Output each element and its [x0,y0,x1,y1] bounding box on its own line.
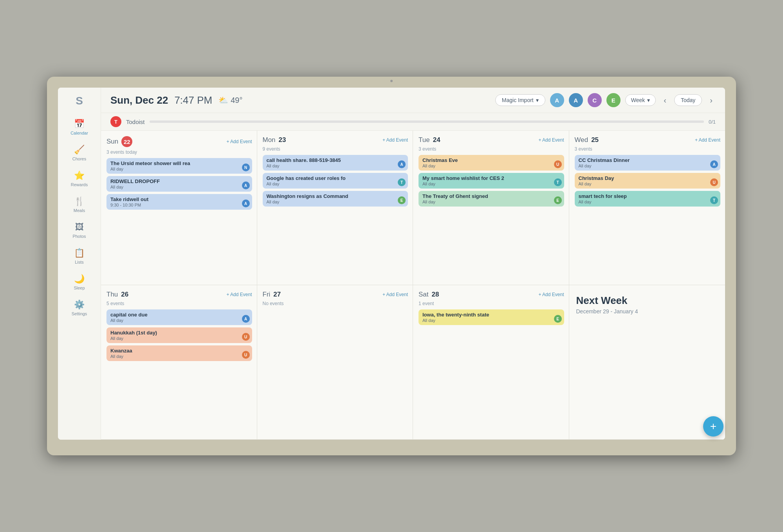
day-label-wed: Wed 25 [575,136,599,144]
event-card[interactable]: Take ridwell out 9:30 - 10:30 PM A [106,194,252,210]
add-event-mon[interactable]: + Add Event [382,137,408,143]
sidebar-label-lists: Lists [75,260,84,264]
day-cell-fri-27: Fri 27 + Add Event No events [257,285,413,440]
event-card[interactable]: Washington resigns as Command All day E [263,191,408,207]
avatar-e[interactable]: E [606,93,621,107]
avatar-a2[interactable]: A [569,93,583,107]
event-title: CC Christmas Dinner [579,157,703,163]
sidebar-item-calendar[interactable]: 📅 Calendar [58,114,101,140]
event-title: capital one due [110,312,234,318]
day-header-wed: Wed 25 + Add Event [575,136,721,144]
sidebar-label-sleep: Sleep [74,286,85,290]
next-week-cell: Next Week December 29 - January 4 [569,285,725,440]
magic-import-label: Magic Import [502,97,534,103]
meals-icon: 🍴 [74,196,85,207]
prev-week-button[interactable]: ‹ [660,94,669,106]
event-sub: All day [267,164,404,168]
week-selector[interactable]: Week ▾ [625,94,656,106]
event-sub: All day [579,164,717,168]
event-avatar: N [242,164,250,171]
event-card[interactable]: CC Christmas Dinner All day A [575,155,721,171]
day-name-sat: Sat [419,291,429,298]
event-card[interactable]: Kwanzaa All day U [106,345,252,361]
todoist-badge: T [110,116,121,127]
today-button[interactable]: Today [674,94,702,106]
event-title: Washington resigns as Command [267,193,390,199]
day-cell-sat-28: Sat 28 + Add Event 1 event Iowa, the twe… [413,285,569,440]
event-card[interactable]: Christmas Day All day U [575,173,721,189]
add-event-wed[interactable]: + Add Event [695,137,720,143]
day-header-thu: Thu 26 + Add Event [106,291,252,298]
event-sub: All day [267,200,404,204]
sidebar-item-lists[interactable]: 📋 Lists [58,243,101,269]
day-num-sun: 22 [121,136,132,147]
event-title: My smart home wishlist for CES 2 [422,175,546,181]
day-name-sun: Sun [106,138,118,146]
event-card[interactable]: smart tech for sleep All day T [575,191,721,207]
event-title: Iowa, the twenty-ninth state [422,312,546,318]
event-title: The Treaty of Ghent signed [422,193,546,199]
magic-import-button[interactable]: Magic Import ▾ [495,94,545,106]
add-event-thu[interactable]: + Add Event [226,292,252,297]
sidebar-item-photos[interactable]: 🖼 Photos [58,217,101,243]
event-card[interactable]: The Treaty of Ghent signed All day E [419,191,564,207]
sidebar-item-chores[interactable]: 🧹 Chores [58,140,101,166]
day-num-fri: 27 [273,291,281,298]
next-week-button[interactable]: › [707,94,716,106]
event-card[interactable]: Google has created user roles fo All day… [263,173,408,189]
event-sub: 9:30 - 10:30 PM [110,203,248,207]
event-sub: All day [422,182,560,186]
event-avatar: U [710,178,718,186]
day-cell-wed-25: Wed 25 + Add Event 3 events CC Christmas… [569,131,725,285]
day-num-tue: 24 [433,136,440,144]
sidebar-item-settings[interactable]: ⚙️ Settings [58,295,101,321]
event-card[interactable]: Iowa, the twenty-ninth state All day E [419,309,564,325]
event-card[interactable]: The Ursid meteor shower will rea All day… [106,158,252,174]
sidebar-label-settings: Settings [72,311,87,316]
day-cell-thu-26: Thu 26 + Add Event 5 events capital one … [101,285,257,440]
event-count-mon: 9 events [263,146,408,152]
event-sub: All day [267,182,404,186]
day-label-fri: Fri 27 [263,291,281,298]
event-sub: All day [110,336,248,341]
event-card[interactable]: Hanukkah (1st day) All day U [106,327,252,343]
event-sub: All day [579,182,717,186]
add-fab-button[interactable]: + [703,416,723,437]
event-sub: All day [110,185,248,189]
event-card[interactable]: Christmas Eve All day U [419,155,564,171]
add-event-fri[interactable]: + Add Event [382,292,408,297]
week-label: Week [631,97,645,103]
event-title: call health share. 888-519-3845 [267,157,390,163]
todoist-bar: T Todoist 0/1 [101,113,725,131]
add-event-sat[interactable]: + Add Event [538,292,564,297]
sidebar-logo: S [76,95,83,107]
day-name-wed: Wed [575,136,588,144]
todoist-label: Todoist [126,119,145,125]
sidebar-item-sleep[interactable]: 🌙 Sleep [58,269,101,295]
event-count-sat: 1 event [419,301,564,306]
weather-display: ⛅ 49° [218,95,242,105]
todoist-count: 0/1 [709,119,716,125]
sidebar-label-rewards: Rewards [71,182,88,187]
event-card[interactable]: RIDWELL DROPOFF All day A [106,176,252,192]
event-card[interactable]: capital one due All day A [106,309,252,325]
day-name-fri: Fri [263,291,271,298]
add-event-tue[interactable]: + Add Event [538,137,564,143]
event-title: RIDWELL DROPOFF [110,178,234,184]
avatar-c[interactable]: C [588,93,602,107]
avatar-a1[interactable]: A [550,93,564,107]
day-header-mon: Mon 23 + Add Event [263,136,408,144]
event-card[interactable]: call health share. 888-519-3845 All day … [263,155,408,171]
day-cell-sun-22: Sun 22 + Add Event 3 events today The Ur… [101,131,257,285]
day-header-tue: Tue 24 + Add Event [419,136,564,144]
sidebar-item-meals[interactable]: 🍴 Meals [58,192,101,217]
calendar-icon: 📅 [74,119,85,129]
sidebar-item-rewards[interactable]: ⭐ Rewards [58,166,101,192]
day-header-sat: Sat 28 + Add Event [419,291,564,298]
current-time: 7:47 PM [174,94,212,106]
add-event-sun[interactable]: + Add Event [226,139,252,144]
event-card[interactable]: My smart home wishlist for CES 2 All day… [419,173,564,189]
day-name-tue: Tue [419,136,430,144]
lists-icon: 📋 [74,248,85,258]
event-count-tue: 3 events [419,146,564,152]
